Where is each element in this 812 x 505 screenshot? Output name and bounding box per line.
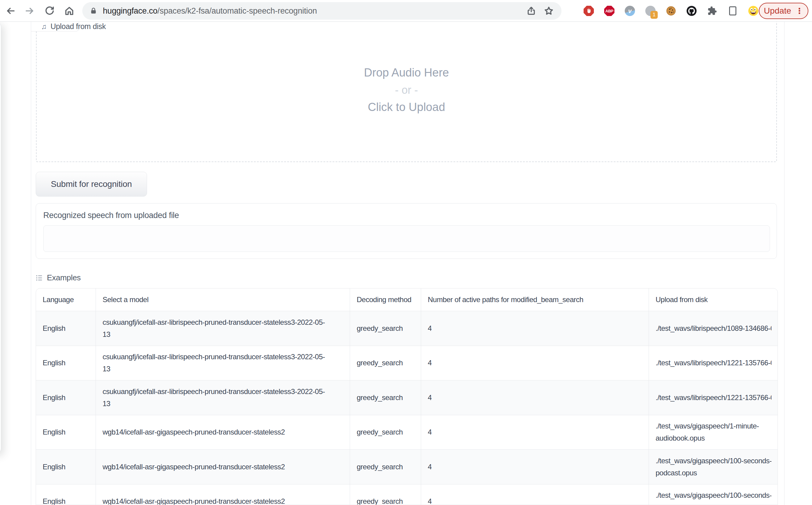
cell-decoding-method-line: greedy_search (357, 461, 403, 473)
table-row[interactable]: Englishcsukuangfj/icefall-asr-librispeec… (36, 346, 778, 380)
cell-decoding-method: greedy_search (350, 380, 421, 415)
cell-num-active-paths: 4 (421, 415, 649, 450)
cell-model-line: 13 (103, 363, 110, 375)
bookmark-button[interactable] (542, 4, 555, 18)
browser-menu-icon[interactable]: ⋮ (795, 7, 803, 15)
extensions-menu-button[interactable] (707, 5, 718, 16)
cell-upload-path-line: podcast.opus (656, 467, 697, 479)
cell-language-line: English (43, 461, 65, 473)
cell-language-line: English (43, 495, 65, 505)
share-icon (526, 6, 536, 16)
v-extension-icon: v (625, 6, 635, 16)
cell-upload-path: ./test_wavs/librispeech/1221-135766-0001… (649, 346, 778, 380)
recognized-speech-card: Recognized speech from uploaded file (36, 203, 777, 259)
profile-extension-button[interactable]: 1 (645, 5, 656, 16)
cell-language: English (36, 311, 96, 346)
cell-decoding-method-line: greedy_search (357, 322, 403, 334)
app-left-border (31, 22, 31, 505)
table-row[interactable]: Englishwgb14/icefall-asr-gigaspeech-prun… (36, 415, 778, 450)
url-bar[interactable]: huggingface.co/spaces/k2-fsa/automatic-s… (82, 2, 561, 20)
forward-arrow-icon (24, 6, 35, 16)
examples-table: LanguageSelect a modelDecoding methodNum… (36, 288, 778, 505)
cell-upload-path-line: ./test_wavs/gigaspeech/1-minute- (656, 420, 759, 432)
cell-upload-path-line: ./test_wavs/librispeech/1221-135766-0001… (656, 357, 772, 369)
cookie-icon (666, 6, 676, 16)
forward-button[interactable] (24, 5, 35, 16)
notification-badge: 1 (651, 11, 658, 19)
table-header-row: LanguageSelect a modelDecoding methodNum… (36, 289, 778, 311)
cell-language: English (36, 484, 96, 505)
star-icon (544, 6, 554, 16)
cell-model: wgb14/icefall-asr-gigaspeech-pruned-tran… (96, 415, 350, 450)
cell-model: wgb14/icefall-asr-gigaspeech-pruned-tran… (96, 484, 350, 505)
examples-label: Examples (47, 273, 81, 283)
cell-num-active-paths-line: 4 (428, 322, 432, 334)
cell-upload-path-line: ./test_wavs/librispeech/1089-134686-0001… (656, 322, 772, 334)
cell-model-line: wgb14/icefall-asr-gigaspeech-pruned-tran… (103, 495, 285, 505)
cell-num-active-paths: 4 (421, 450, 649, 484)
cell-num-active-paths: 4 (421, 311, 649, 346)
cell-model-line: csukuangfj/icefall-asr-librispeech-prune… (103, 316, 325, 328)
cell-language: English (36, 450, 96, 484)
cell-decoding-method-line: greedy_search (357, 391, 403, 404)
url-path: /spaces/k2-fsa/automatic-speech-recognit… (157, 6, 317, 15)
music-note-icon: ♫ (41, 22, 46, 31)
cell-num-active-paths-line: 4 (428, 357, 432, 369)
adblock-extension-button[interactable] (583, 5, 594, 16)
left-neighbor-card (0, 22, 1, 454)
back-arrow-icon (5, 6, 16, 16)
reload-button[interactable] (44, 5, 55, 16)
browser-toolbar: huggingface.co/spaces/k2-fsa/automatic-s… (0, 0, 812, 22)
table-row[interactable]: Englishcsukuangfj/icefall-asr-librispeec… (36, 311, 778, 346)
vimium-extension-button[interactable]: v (625, 5, 635, 16)
cell-model: wgb14/icefall-asr-gigaspeech-pruned-tran… (96, 450, 350, 484)
column-header: Select a model (96, 289, 350, 311)
frame-icon (729, 6, 736, 15)
cell-language: English (36, 415, 96, 450)
cell-decoding-method: greedy_search (350, 450, 421, 484)
home-icon (64, 6, 75, 16)
cell-upload-path-line: ./test_wavs/gigaspeech/100-seconds- (656, 489, 772, 501)
cell-upload-path: ./test_wavs/gigaspeech/100-seconds-podca… (649, 450, 778, 484)
audio-dropzone[interactable] (36, 9, 777, 162)
side-panel-extension-button[interactable] (727, 5, 738, 16)
cookie-extension-button[interactable] (666, 5, 676, 16)
cell-language: English (36, 346, 96, 380)
table-row[interactable]: Englishcsukuangfj/icefall-asr-librispeec… (36, 380, 778, 415)
cell-model: csukuangfj/icefall-asr-librispeech-prune… (96, 311, 350, 346)
update-label: Update (764, 6, 791, 16)
cell-model-line: 13 (103, 398, 110, 410)
submit-for-recognition-button[interactable]: Submit for recognition (36, 172, 147, 197)
share-button[interactable] (525, 4, 538, 18)
cell-upload-path: ./test_wavs/librispeech/1089-134686-0001… (649, 311, 778, 346)
url-host: huggingface.co (103, 6, 157, 15)
output-label: Recognized speech from uploaded file (43, 211, 179, 220)
cell-model: csukuangfj/icefall-asr-librispeech-prune… (96, 346, 350, 380)
cell-language-line: English (43, 357, 65, 369)
back-button[interactable] (5, 5, 16, 16)
update-button[interactable]: Update ⋮ (759, 3, 808, 19)
cell-num-active-paths: 4 (421, 484, 649, 505)
cell-model: csukuangfj/icefall-asr-librispeech-prune… (96, 380, 350, 415)
column-header-label: Number of active paths for modified_beam… (428, 294, 583, 306)
home-button[interactable] (64, 5, 75, 16)
cell-num-active-paths-line: 4 (428, 461, 432, 473)
table-row[interactable]: Englishwgb14/icefall-asr-gigaspeech-prun… (36, 449, 778, 484)
cell-decoding-method: greedy_search (350, 346, 421, 380)
cell-decoding-method: greedy_search (350, 311, 421, 346)
cell-decoding-method-line: greedy_search (357, 357, 403, 369)
recognized-speech-textarea[interactable] (43, 225, 770, 252)
table-row[interactable]: Englishwgb14/icefall-asr-gigaspeech-prun… (36, 484, 778, 505)
list-icon (36, 274, 43, 282)
cell-model-line: csukuangfj/icefall-asr-librispeech-prune… (103, 385, 325, 398)
adblock-plus-extension-button[interactable]: ABP (604, 5, 615, 16)
column-header: Upload from disk (649, 289, 778, 311)
cell-upload-path: ./test_wavs/gigaspeech/1-minute-audioboo… (649, 415, 778, 450)
github-extension-button[interactable] (686, 5, 697, 16)
cell-upload-path: ./test_wavs/gigaspeech/100-seconds-podca… (649, 484, 778, 505)
upload-tab-label: Upload from disk (50, 22, 106, 31)
adblock-hand-icon (583, 6, 594, 16)
cell-model-line: wgb14/icefall-asr-gigaspeech-pruned-tran… (103, 426, 285, 438)
tab-upload-from-disk[interactable]: ♫ Upload from disk (31, 22, 79, 31)
smiley-extension-button[interactable] (748, 5, 759, 16)
